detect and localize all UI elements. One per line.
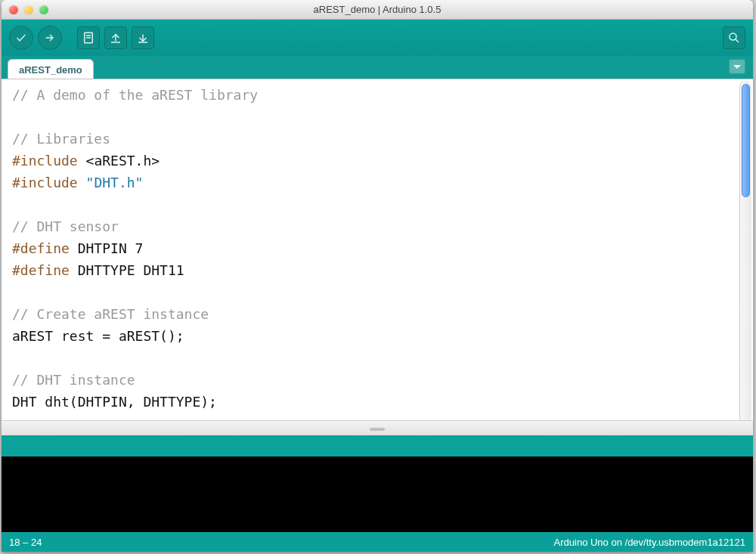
code-line: // A demo of the aREST library <box>12 87 258 103</box>
check-icon <box>15 32 27 44</box>
code-line: // DHT sensor <box>12 218 119 234</box>
tab-sketch[interactable]: aREST_demo <box>8 59 94 79</box>
code-line: // DHT instance <box>12 372 135 388</box>
horizontal-scrollbar[interactable] <box>2 420 753 435</box>
tab-menu-button[interactable] <box>729 59 745 74</box>
code-token: #define <box>12 240 70 256</box>
code-editor[interactable]: // A demo of the aREST library // Librar… <box>2 79 753 420</box>
window-title: aREST_demo | Arduino 1.0.5 <box>2 4 753 15</box>
code-line: aREST rest = aREST(); <box>12 328 184 344</box>
arrow-right-icon <box>44 32 56 44</box>
status-line-number: 18 – 24 <box>9 537 42 548</box>
file-icon <box>82 31 95 45</box>
message-bar <box>2 435 753 457</box>
toolbar <box>2 20 753 56</box>
code-line: // Create aREST instance <box>12 306 209 322</box>
verify-button[interactable] <box>9 26 33 50</box>
status-board-port: Arduino Uno on /dev/tty.usbmodem1a12121 <box>554 537 745 548</box>
serial-monitor-button[interactable] <box>723 26 745 49</box>
code-line: // Libraries <box>12 131 110 147</box>
scrollbar-thumb[interactable] <box>742 84 750 197</box>
code-line: DHT dht(DHTPIN, DHTTYPE); <box>12 394 217 410</box>
code-token: DHTPIN 7 <box>70 240 144 256</box>
code-token: #include <box>12 175 86 190</box>
arrow-down-icon <box>136 31 150 45</box>
new-button[interactable] <box>77 26 100 49</box>
tabbar: aREST_demo <box>2 56 753 79</box>
editor-area: // A demo of the aREST library // Librar… <box>2 79 753 435</box>
upload-button[interactable] <box>38 26 62 50</box>
arduino-window: aREST_demo | Arduino 1.0.5 aREST_demo //… <box>2 0 753 552</box>
svg-point-8 <box>730 33 736 40</box>
open-button[interactable] <box>104 26 127 49</box>
svg-line-9 <box>736 39 739 42</box>
titlebar[interactable]: aREST_demo | Arduino 1.0.5 <box>2 0 753 20</box>
magnifier-icon <box>727 31 741 45</box>
vertical-scrollbar[interactable] <box>739 81 751 434</box>
save-button[interactable] <box>132 26 154 49</box>
code-token: <aREST.h> <box>86 153 160 169</box>
code-token: DHTTYPE DHT11 <box>70 262 184 278</box>
code-token: #include <box>12 153 86 169</box>
console-output[interactable] <box>2 457 753 532</box>
arrow-up-icon <box>109 31 122 45</box>
resize-handle-icon[interactable] <box>370 428 385 431</box>
statusbar: 18 – 24 Arduino Uno on /dev/tty.usbmodem… <box>2 532 753 552</box>
code-token: #define <box>12 262 70 278</box>
code-token: "DHT.h" <box>86 175 144 190</box>
